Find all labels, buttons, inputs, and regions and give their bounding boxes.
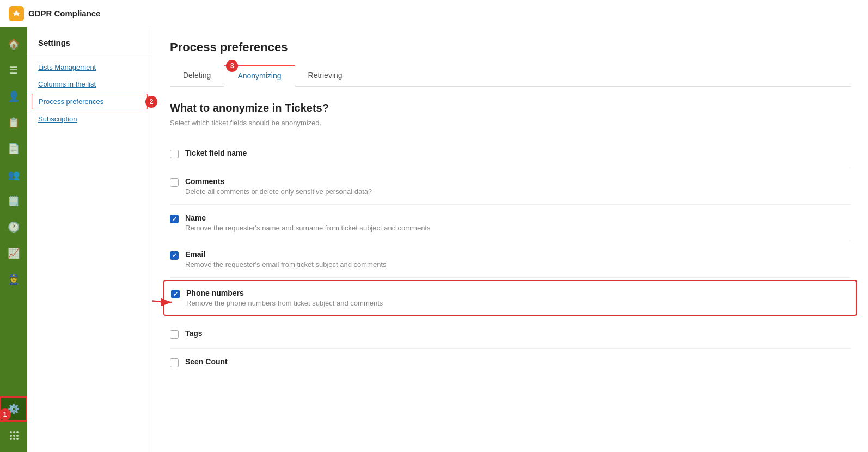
tab-deleting[interactable]: Deleting bbox=[170, 65, 224, 87]
field-label-tags: Tags bbox=[185, 329, 203, 338]
checkbox-tags[interactable] bbox=[170, 330, 179, 339]
nav-list[interactable]: 📋 bbox=[0, 110, 27, 135]
field-desc-name: Remove the requester's name and surname … bbox=[185, 224, 430, 232]
sidebar-item-process-preferences[interactable]: Process preferences bbox=[32, 94, 148, 109]
nav-contacts[interactable]: 👥 bbox=[0, 162, 27, 187]
nav-dots[interactable] bbox=[0, 423, 27, 448]
svg-point-7 bbox=[10, 438, 12, 440]
sidebar-item-columns-in-list[interactable]: Columns in the list bbox=[27, 76, 152, 93]
field-row-comments: Comments Delete all comments or delete o… bbox=[170, 168, 851, 205]
svg-point-6 bbox=[16, 435, 19, 437]
nav-clock[interactable]: 🕐 bbox=[0, 215, 27, 240]
section-title: What to anonymize in Tickets? bbox=[170, 102, 851, 114]
checkbox-name[interactable] bbox=[170, 215, 179, 223]
svg-point-4 bbox=[10, 435, 12, 437]
checkbox-icon[interactable] bbox=[170, 358, 179, 367]
field-label-ticket-field-name: Ticket field name bbox=[185, 149, 247, 157]
checkbox-email[interactable] bbox=[170, 251, 179, 260]
checkbox-icon[interactable] bbox=[171, 290, 180, 298]
field-label-phone-numbers: Phone numbers bbox=[186, 289, 383, 297]
checkbox-ticket-field-name[interactable] bbox=[170, 150, 179, 158]
checkbox-icon[interactable] bbox=[170, 330, 179, 339]
sidebar-title: Settings bbox=[27, 38, 152, 54]
field-row-phone-numbers: Phone numbers Remove the phone numbers f… bbox=[163, 280, 857, 316]
top-bar: GDPR Compliance bbox=[0, 0, 868, 27]
field-desc-phone-numbers: Remove the phone numbers from ticket sub… bbox=[186, 299, 383, 307]
sidebar: Settings Lists Management Columns in the… bbox=[27, 27, 152, 452]
field-label-name: Name bbox=[185, 213, 430, 222]
app-title: GDPR Compliance bbox=[28, 9, 101, 18]
tab-retrieving[interactable]: Retrieving bbox=[295, 65, 356, 87]
nav-admin[interactable]: 👮 bbox=[0, 267, 27, 292]
svg-point-5 bbox=[13, 435, 15, 437]
checkbox-icon[interactable] bbox=[170, 215, 179, 223]
sidebar-item-subscription[interactable]: Subscription bbox=[27, 111, 152, 127]
checkbox-seen-count[interactable] bbox=[170, 358, 179, 367]
badge-2: 2 bbox=[145, 96, 157, 108]
nav-users[interactable]: 👤 bbox=[0, 84, 27, 109]
field-label-seen-count: Seen Count bbox=[185, 357, 228, 366]
tabs: Deleting Anonymizing 3 Retrieving bbox=[170, 65, 851, 87]
nav-menu[interactable]: ☰ bbox=[0, 58, 27, 83]
svg-point-1 bbox=[10, 431, 12, 433]
logo-icon bbox=[9, 6, 24, 21]
checkbox-phone-numbers[interactable] bbox=[171, 290, 180, 298]
nav-chart[interactable]: 📈 bbox=[0, 241, 27, 266]
checkbox-icon[interactable] bbox=[170, 251, 179, 260]
field-label-comments: Comments bbox=[185, 177, 372, 186]
app-logo: GDPR Compliance bbox=[9, 6, 101, 21]
section-subtitle: Select which ticket fields should be ano… bbox=[170, 119, 851, 127]
checkbox-comments[interactable] bbox=[170, 178, 179, 187]
checkbox-icon[interactable] bbox=[170, 178, 179, 187]
nav-document[interactable]: 📄 bbox=[0, 136, 27, 161]
svg-point-3 bbox=[16, 431, 19, 433]
page-title: Process preferences bbox=[170, 40, 851, 54]
checkbox-icon[interactable] bbox=[170, 150, 179, 158]
sidebar-item-lists-management[interactable]: Lists Management bbox=[27, 59, 152, 76]
field-desc-comments: Delete all comments or delete only sensi… bbox=[185, 187, 372, 196]
field-row-tags: Tags bbox=[170, 320, 851, 349]
field-desc-email: Remove the requester's email from ticket… bbox=[185, 260, 387, 268]
svg-point-8 bbox=[13, 438, 15, 440]
field-row-ticket-field-name: Ticket field name bbox=[170, 140, 851, 168]
field-row-seen-count: Seen Count bbox=[170, 349, 851, 376]
main-content: Process preferences Deleting Anonymizing… bbox=[152, 27, 868, 452]
nav-notes[interactable]: 🗒️ bbox=[0, 188, 27, 213]
left-nav: 🏠 ☰ 👤 📋 📄 👥 🗒️ 🕐 📈 👮 ⚙️ 1 bbox=[0, 27, 27, 452]
nav-home[interactable]: 🏠 bbox=[0, 32, 27, 57]
field-row-email: Email Remove the requester's email from … bbox=[170, 241, 851, 278]
svg-point-2 bbox=[13, 431, 15, 433]
field-label-email: Email bbox=[185, 250, 387, 259]
field-row-name: Name Remove the requester's name and sur… bbox=[170, 205, 851, 241]
svg-point-9 bbox=[16, 438, 19, 440]
